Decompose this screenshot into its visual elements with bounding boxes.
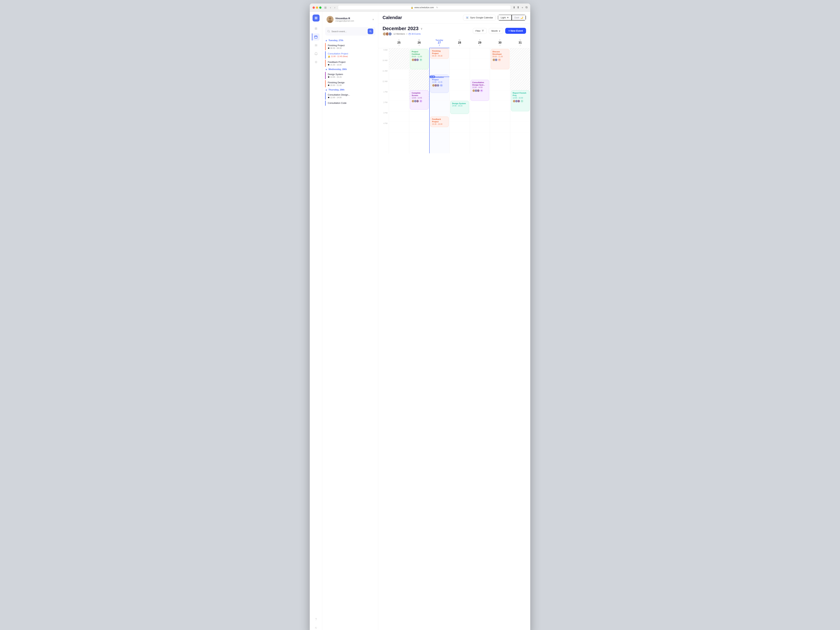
traffic-lights bbox=[313, 6, 322, 9]
time-label-11am: 11 AM bbox=[378, 69, 389, 80]
event-hours: 12:00 - 14:00 bbox=[472, 87, 487, 88]
theme-toggle: Light ☀ Dark 🌙 bbox=[498, 14, 526, 21]
share-icon[interactable]: ⬆ bbox=[517, 6, 519, 9]
time-label-12am: 12 AM bbox=[378, 80, 389, 90]
browser-actions: ⬇ ⬆ ＋ ⧉ bbox=[513, 6, 527, 9]
svg-rect-2 bbox=[315, 45, 317, 46]
hour-block bbox=[450, 59, 469, 69]
event-project-continue[interactable]: Project Continue 09:00 - 11.00 3+ bbox=[410, 49, 428, 69]
sidebar-day-group-tuesday: ▲ Tuesday, 27th Finishing Project 08.30 … bbox=[325, 39, 375, 67]
event-finishing-project[interactable]: Finishing Project 08.30 - 09.30 bbox=[430, 48, 449, 59]
sidebar-item-logout[interactable]: ⎋ bbox=[313, 624, 319, 630]
user-profile[interactable]: Vincentius R vrangga1@gmail.com ∨ bbox=[325, 14, 375, 24]
event-avatars: 5+ bbox=[472, 89, 487, 92]
hour-block bbox=[470, 69, 490, 80]
dark-theme-button[interactable]: Dark 🌙 bbox=[512, 15, 526, 21]
hour-block bbox=[389, 111, 409, 122]
sidebar-item-list[interactable] bbox=[313, 42, 319, 49]
event-time: 12.00 - 14.00 bbox=[328, 96, 375, 98]
minimize-button[interactable] bbox=[316, 6, 318, 9]
sidebar-item-help[interactable]: ? bbox=[313, 616, 319, 623]
sidebar-event-finishing-project[interactable]: Finishing Project 08.30 - 09.30 bbox=[325, 43, 375, 50]
event-hours: 08.30 - 09.30 bbox=[432, 55, 447, 57]
event-name: Consultation Design Syst... bbox=[472, 81, 487, 86]
avatar bbox=[327, 16, 333, 23]
event-consultation-project[interactable]: Consultation Project 11:00 - 12:45 5+ bbox=[430, 74, 449, 93]
new-event-button[interactable]: + New Event bbox=[505, 28, 526, 34]
sidebar-day-group-wednesday: ▲ Wednesday, 28th Design System 14.00 - … bbox=[325, 68, 375, 87]
app-logo[interactable] bbox=[313, 14, 319, 22]
light-label: Light bbox=[501, 16, 505, 19]
month-dropdown-icon[interactable]: ∨ bbox=[420, 27, 423, 30]
member-avatar bbox=[388, 32, 392, 36]
day-header-wednesday[interactable]: ▲ Wednesday, 28th bbox=[325, 68, 375, 71]
day-label-thursday: Thursday, 29th bbox=[328, 88, 344, 91]
main-title: Calendar bbox=[382, 15, 402, 20]
event-feedback-project[interactable]: Feedback Project 15.30 - 16.00 bbox=[430, 117, 449, 127]
url-bar[interactable]: 🔒 www.schedulize.com ↻ bbox=[338, 5, 511, 10]
hour-block bbox=[389, 69, 409, 80]
sync-google-calendar-button[interactable]: Sync Google Calendar bbox=[463, 15, 496, 21]
event-avatars: 5+ bbox=[493, 58, 507, 61]
calendar-body[interactable]: 9 AM 10 AM 11 AM 12 AM 1 PM 2 PM 3 PM 4 … bbox=[378, 48, 530, 630]
sidebar-event-finishing-design[interactable]: Finishing Design 20.00 - 21.00 bbox=[325, 80, 375, 87]
event-title: Feedback Project bbox=[328, 61, 375, 63]
event-consultation-design-syst[interactable]: Consultation Design Syst... 12:00 - 14:0… bbox=[471, 80, 489, 101]
body-grid: 9 AM 10 AM 11 AM 12 AM 1 PM 2 PM 3 PM 4 … bbox=[378, 48, 530, 153]
day-header-tuesday[interactable]: ▲ Tuesday, 27th bbox=[325, 39, 375, 42]
day-col-mon26: Project Continue 09:00 - 11.00 3+ bbox=[409, 48, 429, 153]
time-label-4pm: 4 PM bbox=[378, 122, 389, 132]
hour-block bbox=[470, 48, 490, 59]
download-icon[interactable]: ⬇ bbox=[513, 6, 515, 9]
event-time: 14.00 - 15.15 bbox=[328, 76, 375, 78]
event-report-finnish[interactable]: Report Finnish Proj. 13:00 - 15:00 5 bbox=[511, 90, 529, 111]
light-theme-button[interactable]: Light ☀ bbox=[498, 15, 512, 21]
search-button[interactable] bbox=[368, 28, 373, 34]
close-button[interactable] bbox=[313, 6, 315, 9]
sidebar-event-consultation-design[interactable]: Consultation Design... 12.00 - 14.00 bbox=[325, 92, 375, 99]
url-text: www.schedulize.com bbox=[414, 6, 434, 9]
month-view-button[interactable]: Month ∨ bbox=[489, 28, 503, 34]
event-name: Design System bbox=[452, 102, 467, 105]
back-button[interactable]: ‹ bbox=[329, 6, 332, 9]
forward-button[interactable]: › bbox=[334, 6, 336, 9]
sidebar-event-consultation-project[interactable]: Consultation Project 🔔 11.00 - 12.45 (No… bbox=[325, 51, 375, 58]
maximize-button[interactable] bbox=[319, 6, 322, 9]
clock-icon bbox=[328, 76, 330, 78]
hour-block bbox=[510, 48, 530, 59]
sidebar-event-consultation-code[interactable]: Consultation Code bbox=[325, 101, 375, 106]
user-email: vrangga1@gmail.com bbox=[335, 20, 371, 22]
new-tab-icon[interactable]: ＋ bbox=[521, 6, 524, 9]
sidebar-toggle-button[interactable]: ⊞ bbox=[324, 6, 327, 9]
event-title: Finishing Project bbox=[328, 44, 375, 47]
col-header-wed28: W 28 2 bbox=[449, 38, 469, 48]
tabs-icon[interactable]: ⧉ bbox=[526, 6, 527, 9]
sidebar-item-grid[interactable]: ⊞ bbox=[313, 25, 319, 32]
event-design-system-wed[interactable]: Design System 14:00 - 15:15 bbox=[450, 101, 469, 114]
filter-button[interactable]: Filter bbox=[473, 28, 487, 34]
hour-block bbox=[389, 80, 409, 90]
hour-block bbox=[470, 101, 490, 111]
sidebar-item-calendar[interactable] bbox=[312, 33, 319, 40]
col-header-sat31: S 31 2 bbox=[510, 38, 530, 48]
hour-block bbox=[389, 101, 409, 111]
main-content: Calendar Sync Google Calendar Light ☀ Da… bbox=[378, 12, 530, 630]
search-input[interactable] bbox=[332, 30, 366, 33]
event-time-alert: 🔔 11.00 - 12.45 (Now) bbox=[328, 55, 375, 58]
svg-rect-19 bbox=[467, 18, 468, 18]
event-discuss-developer[interactable]: Discuss Developer 09:00 - 11.00 5+ bbox=[491, 49, 509, 69]
event-complete-screen[interactable]: Complete Screen 13:00 - 14:45 3+ bbox=[410, 90, 428, 109]
sidebar-item-bell[interactable] bbox=[313, 50, 319, 57]
hour-block bbox=[409, 80, 429, 90]
day-header-thursday[interactable]: ▲ Thursday, 29th bbox=[325, 88, 375, 91]
sidebar-event-design-system[interactable]: Design System 14.00 - 15.15 bbox=[325, 72, 375, 79]
sidebar-event-feedback-project[interactable]: Feedback Project 15.30 - 16.00 bbox=[325, 60, 375, 67]
time-label-3pm: 3 PM bbox=[378, 111, 389, 122]
events-count-text: 38 Events bbox=[411, 33, 421, 35]
sidebar-item-settings[interactable]: ⚙ bbox=[313, 58, 319, 66]
event-avatars: 5+ bbox=[432, 84, 447, 87]
browser-window: ⊞ ‹ › 🔒 www.schedulize.com ↻ ⬇ ⬆ ＋ ⧉ ⊞ bbox=[310, 3, 530, 630]
month-chevron-icon: ∨ bbox=[499, 30, 501, 32]
profile-chevron-icon[interactable]: ∨ bbox=[373, 18, 374, 21]
hour-block bbox=[450, 69, 469, 80]
